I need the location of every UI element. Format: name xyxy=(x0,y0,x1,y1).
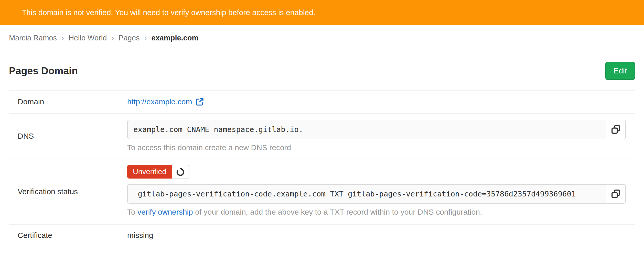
verification-input-group xyxy=(127,184,626,204)
certificate-row: Certificate missing xyxy=(9,224,635,246)
page-header: Pages Domain Edit xyxy=(9,51,635,90)
breadcrumb-user[interactable]: Marcia Ramos xyxy=(9,34,57,42)
domain-link[interactable]: http://example.com xyxy=(127,97,204,106)
verification-helper-text: To verify ownership of your domain, add … xyxy=(127,208,626,216)
dns-copy-button[interactable] xyxy=(606,120,626,139)
certificate-label: Certificate xyxy=(9,225,127,246)
dns-record-input[interactable] xyxy=(127,120,606,139)
verification-code-input[interactable] xyxy=(127,184,606,204)
dns-label: DNS xyxy=(9,114,127,159)
external-link-icon xyxy=(196,98,204,106)
breadcrumb-separator-icon: › xyxy=(61,34,64,42)
verification-status-label: Verification status xyxy=(9,159,127,224)
page-title: Pages Domain xyxy=(9,65,78,76)
banner-text: This domain is not verified. You will ne… xyxy=(22,8,315,17)
verify-ownership-link[interactable]: verify ownership xyxy=(137,208,193,216)
copy-icon xyxy=(611,189,620,198)
breadcrumb-pages[interactable]: Pages xyxy=(119,34,139,42)
helper-prefix: To xyxy=(127,208,137,216)
verification-copy-button[interactable] xyxy=(606,184,626,204)
certificate-value: missing xyxy=(127,231,153,240)
dns-helper-text: To access this domain create a new DNS r… xyxy=(127,143,626,152)
dns-input-group xyxy=(127,120,626,139)
dns-row: DNS To access this domain create a new D… xyxy=(9,113,635,159)
verification-badge-group: Unverified xyxy=(127,165,189,179)
edit-button[interactable]: Edit xyxy=(605,62,635,80)
verification-status-row: Verification status Unverified xyxy=(9,159,635,224)
domain-label: Domain xyxy=(9,91,127,113)
domain-link-text: http://example.com xyxy=(127,97,192,106)
breadcrumb-separator-icon: › xyxy=(144,34,147,42)
domain-row: Domain http://example.com xyxy=(9,90,635,113)
breadcrumb-current-domain: example.com xyxy=(152,34,199,42)
breadcrumb-project[interactable]: Hello World xyxy=(69,34,107,42)
domain-not-verified-banner: This domain is not verified. You will ne… xyxy=(0,0,644,25)
copy-icon xyxy=(611,125,620,134)
unverified-badge: Unverified xyxy=(127,165,172,179)
breadcrumb-separator-icon: › xyxy=(111,34,114,42)
breadcrumb: Marcia Ramos › Hello World › Pages › exa… xyxy=(9,25,635,51)
retry-icon xyxy=(176,167,185,176)
retry-verification-button[interactable] xyxy=(172,165,189,179)
helper-suffix: of your domain, add the above key to a T… xyxy=(193,208,482,216)
